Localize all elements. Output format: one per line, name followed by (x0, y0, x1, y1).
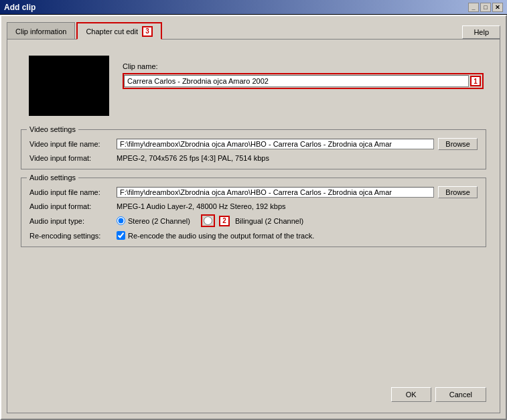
bilingual-label: Bilingual (2 Channel) (235, 217, 303, 225)
video-file-input[interactable] (117, 139, 434, 149)
tab-chapter-cut-badge: 3 (142, 26, 153, 37)
clip-top-section: Clip name: 1 (18, 50, 489, 121)
cancel-button[interactable]: Cancel (435, 387, 486, 402)
reencode-label: Re-encoding settings: (29, 232, 117, 240)
close-button[interactable]: ✕ (492, 3, 503, 12)
reencode-checkbox[interactable] (117, 231, 125, 240)
audio-file-row: Audio input file name: Browse (29, 186, 478, 198)
video-settings-group: Video settings Video input file name: Br… (21, 129, 486, 169)
video-thumbnail (29, 56, 109, 116)
help-button[interactable]: Help (462, 25, 500, 39)
audio-file-input[interactable] (117, 187, 434, 198)
bilingual-radio[interactable] (204, 216, 212, 225)
bottom-bar: OK Cancel (18, 382, 489, 402)
video-settings-legend: Video settings (27, 125, 78, 133)
dialog-title: Add clip (4, 3, 468, 12)
ok-button[interactable]: OK (391, 387, 431, 402)
clip-name-section: Clip name: 1 (123, 56, 484, 89)
audio-settings-group: Audio settings Audio input file name: Br… (21, 178, 486, 247)
tab-content-area: Clip name: 1 Video settings Video input … (7, 39, 500, 413)
dialog-content: Clip information Chapter cut edit 3 Help… (0, 15, 507, 420)
audio-type-row: Audio input type: Stereo (2 Channel) 2 B… (29, 214, 478, 227)
tab-bar: Clip information Chapter cut edit 3 Help (7, 21, 500, 39)
audio-file-label: Audio input file name: (29, 188, 117, 196)
title-bar: Add clip _ □ ✕ (0, 0, 507, 15)
reencode-row: Re-encoding settings: Re-encode the audi… (29, 231, 478, 240)
audio-format-row: Audio input format: MPEG-1 Audio Layer-2… (29, 202, 478, 210)
maximize-button[interactable]: □ (480, 3, 491, 12)
video-browse-button[interactable]: Browse (438, 138, 478, 150)
tab-clip-information-label: Clip information (15, 27, 66, 36)
stereo-radio-item: Stereo (2 Channel) (117, 216, 190, 225)
content-spacer (18, 255, 489, 374)
clip-name-input-container: 1 (123, 73, 484, 89)
video-file-label: Video input file name: (29, 140, 117, 148)
minimize-button[interactable]: _ (468, 3, 479, 12)
audio-type-label: Audio input type: (29, 217, 117, 225)
stereo-label: Stereo (2 Channel) (128, 217, 190, 225)
tab-clip-information[interactable]: Clip information (7, 22, 75, 40)
bilingual-badge: 2 (219, 216, 230, 226)
bilingual-radio-badge-wrap (201, 214, 215, 227)
audio-format-label: Audio input format: (29, 202, 117, 210)
reencode-checkbox-item: Re-encode the audio using the output for… (117, 231, 314, 240)
audio-browse-button[interactable]: Browse (438, 186, 478, 198)
tab-chapter-cut-label: Chapter cut edit (86, 27, 138, 36)
audio-settings-legend: Audio settings (27, 173, 78, 182)
video-file-row: Video input file name: Browse (29, 138, 478, 150)
title-bar-controls: _ □ ✕ (468, 3, 503, 12)
audio-format-value: MPEG-1 Audio Layer-2, 48000 Hz Stereo, 1… (117, 202, 478, 210)
clip-name-label: Clip name: (123, 62, 484, 70)
video-format-value: MPEG-2, 704x576 25 fps [4:3] PAL, 7514 k… (117, 154, 478, 162)
video-format-row: Video input format: MPEG-2, 704x576 25 f… (29, 154, 478, 162)
tab-chapter-cut[interactable]: Chapter cut edit 3 (76, 22, 162, 40)
stereo-radio[interactable] (117, 216, 125, 225)
bilingual-radio-item: 2 Bilingual (2 Channel) (201, 214, 303, 227)
audio-type-radio-group: Stereo (2 Channel) 2 Bilingual (2 Channe… (117, 214, 303, 227)
clip-name-badge: 1 (470, 76, 481, 86)
clip-name-input[interactable] (124, 75, 469, 87)
reencode-check-label: Re-encode the audio using the output for… (128, 232, 314, 240)
video-format-label: Video input format: (29, 154, 117, 162)
